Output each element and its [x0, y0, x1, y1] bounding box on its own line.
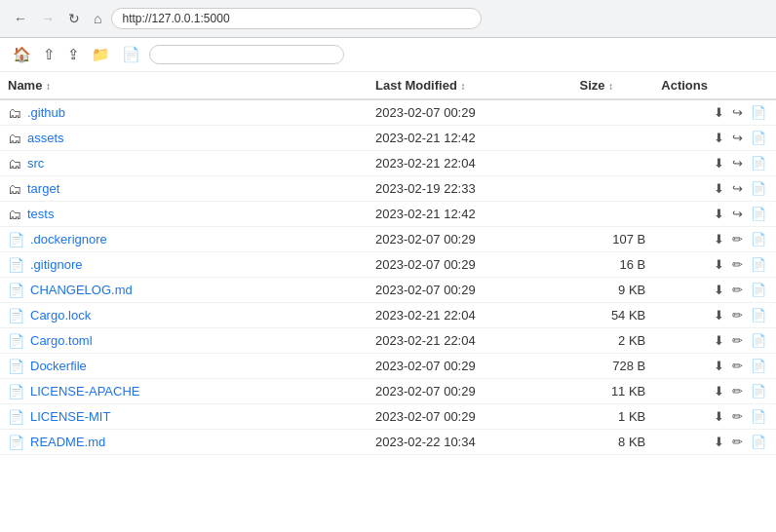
link-button[interactable]: ↪: [730, 206, 745, 222]
actions-cell: ⬇↪📄: [653, 151, 776, 176]
back-button[interactable]: ←: [10, 9, 31, 28]
info-button[interactable]: 📄: [749, 206, 768, 222]
download-button[interactable]: ⬇: [712, 332, 726, 349]
upload-button[interactable]: ⇧: [40, 44, 58, 65]
modified-cell: 2023-02-22 10:34: [368, 430, 571, 455]
edit-button[interactable]: ✏: [730, 434, 745, 450]
size-cell: [572, 126, 654, 151]
newfile-button[interactable]: 📄: [119, 44, 143, 65]
file-link[interactable]: .gitignore: [30, 257, 82, 272]
reload-button[interactable]: ↻: [64, 9, 84, 28]
download-button[interactable]: ⬇: [712, 434, 726, 450]
actions-cell: ⬇↪📄: [653, 126, 776, 151]
table-row: 🗂assets2023-02-21 12:42⬇↪📄: [0, 126, 776, 151]
file-icon: 📄: [8, 359, 24, 374]
file-link[interactable]: target: [27, 181, 59, 196]
table-row: 📄LICENSE-MIT2023-02-07 00:291 KB⬇✏📄: [0, 404, 776, 430]
search-input[interactable]: [149, 45, 344, 64]
download-button[interactable]: ⬇: [712, 130, 726, 146]
col-modified-header[interactable]: Last Modified ↕: [368, 72, 571, 99]
link-button[interactable]: ↪: [730, 104, 745, 121]
mkdir-button[interactable]: 📁: [89, 44, 113, 65]
col-name-header[interactable]: Name ↕: [0, 72, 368, 99]
file-icon: 📄: [8, 232, 24, 247]
download-button[interactable]: ⬇: [712, 155, 726, 171]
info-button[interactable]: 📄: [749, 307, 768, 323]
info-button[interactable]: 📄: [749, 434, 768, 450]
download-button[interactable]: ⬇: [712, 307, 726, 323]
file-icon: 📄: [8, 257, 24, 273]
file-link[interactable]: .github: [27, 105, 65, 120]
download-button[interactable]: ⬇: [712, 104, 726, 121]
address-bar[interactable]: [111, 8, 482, 29]
info-button[interactable]: 📄: [749, 104, 768, 121]
download-button[interactable]: ⬇: [712, 383, 726, 399]
edit-button[interactable]: ✏: [730, 256, 745, 273]
edit-button[interactable]: ✏: [730, 282, 745, 298]
download-button[interactable]: ⬇: [712, 231, 726, 247]
modified-cell: 2023-02-07 00:29: [368, 278, 571, 303]
download-button[interactable]: ⬇: [712, 180, 726, 197]
edit-button[interactable]: ✏: [730, 358, 745, 374]
file-link[interactable]: Cargo.toml: [30, 333, 93, 348]
info-button[interactable]: 📄: [749, 408, 768, 425]
modified-cell: 2023-02-07 00:29: [368, 354, 571, 379]
folder-icon: 🗂: [8, 105, 21, 121]
file-icon: 📄: [8, 283, 24, 298]
info-button[interactable]: 📄: [749, 256, 768, 273]
actions-cell: ⬇↪📄: [653, 202, 776, 227]
size-cell: [572, 202, 654, 227]
link-button[interactable]: ↪: [730, 180, 745, 197]
info-button[interactable]: 📄: [749, 282, 768, 298]
modified-cell: 2023-02-07 00:29: [368, 227, 571, 252]
file-link[interactable]: README.md: [30, 435, 105, 449]
edit-button[interactable]: ✏: [730, 332, 745, 349]
file-link[interactable]: LICENSE-APACHE: [30, 384, 139, 399]
file-link[interactable]: CHANGELOG.md: [30, 283, 133, 297]
actions-cell: ⬇✏📄: [653, 278, 776, 303]
file-link[interactable]: .dockerignore: [30, 232, 107, 247]
edit-button[interactable]: ✏: [730, 307, 745, 323]
info-button[interactable]: 📄: [749, 383, 768, 399]
actions-cell: ⬇✏📄: [653, 404, 776, 430]
folder-icon: 🗂: [8, 131, 21, 146]
file-link[interactable]: assets: [27, 131, 64, 145]
link-button[interactable]: ↪: [730, 155, 745, 171]
home-icon-button[interactable]: 🏠: [10, 44, 34, 65]
edit-button[interactable]: ✏: [730, 408, 745, 425]
download-button[interactable]: ⬇: [712, 206, 726, 222]
actions-cell: ⬇✏📄: [653, 252, 776, 278]
download-button[interactable]: ⬇: [712, 358, 726, 374]
info-button[interactable]: 📄: [749, 231, 768, 247]
table-row: 🗂target2023-02-19 22:33⬇↪📄: [0, 176, 776, 202]
actions-cell: ⬇↪📄: [653, 176, 776, 202]
download-button[interactable]: ⬇: [712, 282, 726, 298]
file-link[interactable]: src: [27, 156, 44, 171]
file-icon: 📄: [8, 435, 24, 450]
upload2-button[interactable]: ⇪: [64, 44, 83, 65]
info-button[interactable]: 📄: [749, 155, 768, 171]
actions-cell: ⬇✏📄: [653, 328, 776, 354]
link-button[interactable]: ↪: [730, 130, 745, 146]
folder-icon: 🗂: [8, 156, 21, 171]
download-button[interactable]: ⬇: [712, 256, 726, 273]
info-button[interactable]: 📄: [749, 180, 768, 197]
file-link[interactable]: Dockerfile: [30, 359, 87, 373]
info-button[interactable]: 📄: [749, 130, 768, 146]
file-link[interactable]: tests: [27, 207, 54, 221]
file-table: Name ↕ Last Modified ↕ Size ↕ Actions 🗂.…: [0, 72, 776, 455]
file-icon: 📄: [8, 409, 24, 425]
download-button[interactable]: ⬇: [712, 408, 726, 425]
forward-button[interactable]: →: [37, 9, 58, 28]
col-size-header[interactable]: Size ↕: [572, 72, 654, 99]
edit-button[interactable]: ✏: [730, 231, 745, 247]
table-row: 🗂.github2023-02-07 00:29⬇↪📄: [0, 99, 776, 126]
file-link[interactable]: Cargo.lock: [30, 308, 91, 323]
edit-button[interactable]: ✏: [730, 383, 745, 399]
file-link[interactable]: LICENSE-MIT: [30, 409, 110, 424]
home-button[interactable]: ⌂: [90, 9, 105, 28]
table-row: 📄Dockerfile2023-02-07 00:29728 B⬇✏📄: [0, 354, 776, 379]
table-row: 📄.gitignore2023-02-07 00:2916 B⬇✏📄: [0, 252, 776, 278]
info-button[interactable]: 📄: [749, 332, 768, 349]
info-button[interactable]: 📄: [749, 358, 768, 374]
